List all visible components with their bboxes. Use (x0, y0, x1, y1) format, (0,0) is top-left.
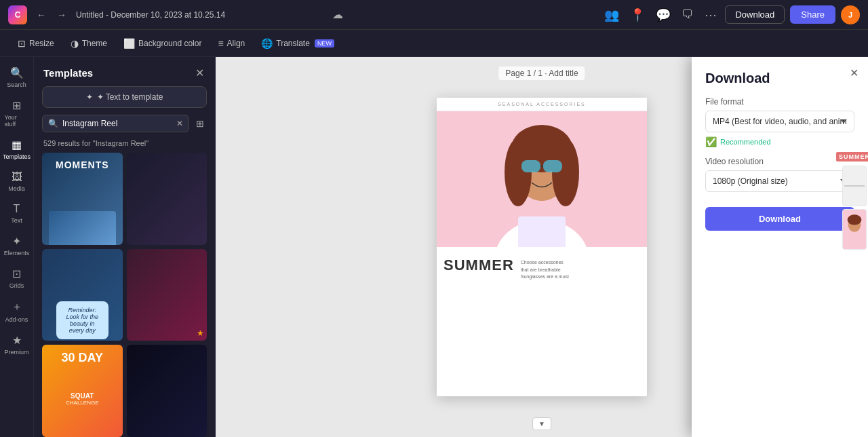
theme-button[interactable]: ◑ Theme (64, 35, 114, 52)
thumbnail-strip: SUMMER (841, 152, 868, 250)
align-icon: ≡ (218, 38, 223, 49)
svg-rect-7 (543, 160, 562, 172)
topbar: C ← → Untitled - December 10, 2023 at 10… (0, 0, 868, 30)
canvas-frame: SEASONAL ACCESSORIES (437, 98, 647, 396)
panel-download-button[interactable]: Download (705, 207, 854, 231)
summer-title: SUMMER (443, 256, 514, 274)
toolbar2: ⊡ Resize ◑ Theme ⬜ Background color ≡ Al… (0, 30, 868, 57)
file-title: Untitled - December 10, 2023 at 10.25.14 (76, 10, 324, 20)
template-card[interactable]: Reminder:Look for thebeauty inevery day (42, 249, 123, 341)
search-row: 🔍 ✕ ⊞ (34, 115, 215, 138)
template-card[interactable]: LEVITATION (127, 345, 208, 437)
top-icons: 👥 📍 💬 🗨 ⋯ Download Share J (601, 5, 860, 25)
canvas-header-text: SEASONAL ACCESSORIES (437, 98, 647, 111)
bg-color-button[interactable]: ⬜ Background color (117, 35, 208, 52)
addons-icon: ＋ (12, 300, 22, 314)
download-panel: Download ✕ File format MP4 (Best for vid… (692, 57, 868, 437)
file-format-section: File format MP4 (Best for video, audio, … (692, 97, 868, 157)
sidebar-item-elements[interactable]: ✦ Elements (2, 231, 32, 261)
download-button[interactable]: Download (725, 5, 785, 24)
sidebar-item-text[interactable]: T Text (2, 199, 32, 228)
svg-rect-9 (518, 216, 566, 247)
theme-icon: ◑ (71, 38, 79, 49)
card-description: Choose accessories that are breathable S… (521, 259, 569, 281)
share-button[interactable]: Share (790, 5, 835, 24)
text-to-template-button[interactable]: ✦ ✦ Text to template (42, 86, 207, 108)
comment-icon-btn[interactable]: 🗨 (679, 5, 696, 24)
svg-rect-6 (521, 160, 540, 172)
translate-button[interactable]: 🌐 Translate NEW (254, 35, 341, 52)
cloud-icon: ☁ (332, 8, 343, 21)
star-icon: ★ (197, 328, 204, 338)
logo: C (8, 5, 27, 24)
check-icon: ✅ (705, 136, 717, 147)
resolution-select[interactable]: 1080p (Original size) (705, 170, 854, 192)
align-button[interactable]: ≡ Align (211, 35, 252, 52)
filter-button[interactable]: ⊞ (193, 115, 207, 132)
templates-icon: ▦ (12, 138, 22, 151)
file-format-select[interactable]: MP4 (Best for video, audio, and animatio… (705, 111, 854, 132)
recommended-badge: ✅ Recommended (705, 136, 854, 147)
template-card[interactable]: MOMENTS (42, 153, 123, 245)
canvas-area: Page 1 / 1 · Add title SEASONAL ACCESSOR… (216, 57, 868, 437)
premium-icon: ★ (12, 334, 22, 347)
sidebar-item-premium[interactable]: ★ Premium (2, 330, 32, 360)
media-icon: 🖼 (12, 171, 22, 183)
redo-button[interactable]: → (53, 7, 71, 23)
sidebar-item-grids[interactable]: ⊡ Grids (2, 263, 32, 293)
people-icon-btn[interactable]: 👥 (601, 5, 622, 25)
search-clear-button[interactable]: ✕ (176, 119, 183, 128)
templates-panel: Templates ✕ ✦ ✦ Text to template 🔍 ✕ ⊞ 5… (34, 57, 216, 437)
your-stuff-icon: ⊞ (12, 99, 21, 112)
file-format-label: File format (705, 97, 854, 107)
magic-icon: ✦ (86, 92, 93, 102)
panel-close-button[interactable]: ✕ (194, 65, 205, 81)
left-sidebar: 🔍 Search ⊞ Your stuff ▦ Templates 🖼 Medi… (0, 57, 34, 437)
search-box: 🔍 ✕ (42, 115, 189, 132)
download-panel-title: Download (705, 71, 854, 86)
search-input[interactable] (62, 119, 172, 128)
results-label: 529 results for "Instagram Reel" (34, 138, 215, 153)
main-area: 🔍 Search ⊞ Your stuff ▦ Templates 🖼 Medi… (0, 57, 868, 437)
search-icon-small: 🔍 (48, 119, 58, 128)
new-badge: NEW (315, 39, 334, 48)
recommended-text: Recommended (720, 138, 771, 146)
translate-icon: 🌐 (261, 38, 273, 49)
template-card[interactable]: PhotographyPortfolio by Beth Lee (127, 153, 208, 245)
resolution-label: Video resolution (705, 157, 854, 166)
search-icon: 🔍 (10, 66, 24, 79)
undo-button[interactable]: ← (33, 7, 50, 23)
chat-icon-btn[interactable]: 💬 (653, 5, 673, 25)
thumbnail-2 (842, 209, 867, 250)
thumbnail-1 (842, 166, 867, 206)
collapse-button[interactable]: ▼ (532, 417, 551, 430)
sidebar-item-media[interactable]: 🖼 Media (2, 167, 32, 196)
download-panel-close-button[interactable]: ✕ (850, 66, 859, 79)
templates-title: Templates (43, 67, 93, 79)
template-card[interactable]: 30 DAY SQUAT CHALLENGE (42, 345, 123, 437)
canvas-image (437, 111, 647, 247)
template-card[interactable]: TheStyle ★ (127, 249, 208, 341)
avatar: J (841, 5, 860, 24)
nav-arrows: ← → (33, 7, 71, 23)
templates-grid: MOMENTS PhotographyPortfolio by Beth Lee (34, 153, 215, 437)
grids-icon: ⊡ (12, 267, 21, 280)
svg-point-12 (848, 214, 862, 225)
download-panel-header: Download (692, 57, 868, 97)
sidebar-item-templates[interactable]: ▦ Templates (2, 134, 32, 164)
text-icon: T (14, 203, 20, 215)
canvas-bottom: SUMMER Choose accessories that are breat… (437, 247, 647, 288)
bg-color-icon: ⬜ (123, 38, 135, 49)
panel-header: Templates ✕ (34, 57, 215, 86)
sidebar-item-your-stuff[interactable]: ⊞ Your stuff (2, 95, 32, 132)
location-icon-btn[interactable]: 📍 (627, 5, 648, 25)
more-icon-btn[interactable]: ⋯ (702, 5, 719, 25)
sidebar-item-search[interactable]: 🔍 Search (2, 62, 32, 92)
resize-icon: ⊡ (18, 38, 26, 49)
elements-icon: ✦ (12, 235, 21, 248)
sidebar-item-addons[interactable]: ＋ Add-ons (2, 296, 32, 327)
resize-button[interactable]: ⊡ Resize (11, 35, 61, 52)
